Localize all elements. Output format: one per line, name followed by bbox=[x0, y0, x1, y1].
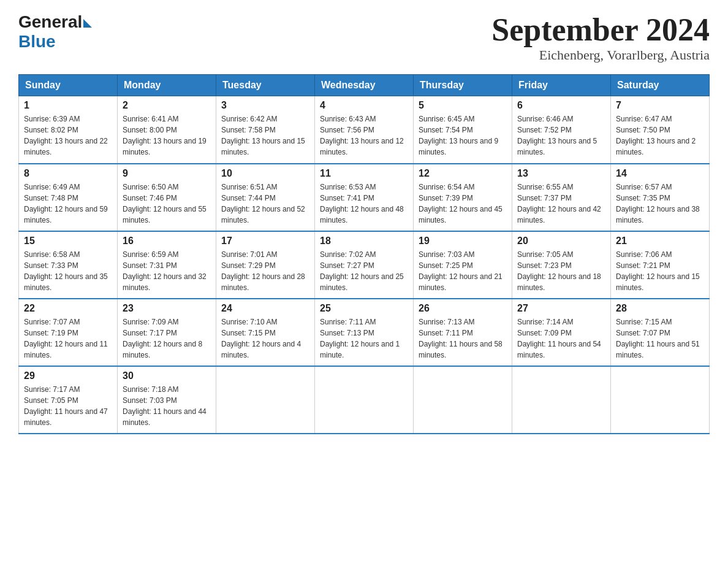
day-info: Sunrise: 7:07 AMSunset: 7:19 PMDaylight:… bbox=[24, 316, 112, 361]
calendar-cell: 5 Sunrise: 6:45 AMSunset: 7:54 PMDayligh… bbox=[414, 96, 512, 164]
calendar-cell: 20 Sunrise: 7:05 AMSunset: 7:23 PMDaylig… bbox=[512, 231, 611, 299]
calendar-cell bbox=[414, 366, 512, 434]
day-number: 24 bbox=[221, 303, 309, 314]
day-number: 18 bbox=[320, 236, 408, 247]
logo-triangle-icon bbox=[83, 19, 92, 28]
calendar-week-row: 15 Sunrise: 6:58 AMSunset: 7:33 PMDaylig… bbox=[19, 231, 710, 299]
day-info: Sunrise: 7:03 AMSunset: 7:25 PMDaylight:… bbox=[419, 249, 507, 293]
day-number: 20 bbox=[517, 236, 605, 247]
calendar-cell: 4 Sunrise: 6:43 AMSunset: 7:56 PMDayligh… bbox=[315, 96, 414, 164]
day-number: 1 bbox=[24, 100, 112, 111]
day-info: Sunrise: 6:57 AMSunset: 7:35 PMDaylight:… bbox=[616, 182, 704, 226]
day-header-sunday: Sunday bbox=[19, 75, 118, 96]
day-header-thursday: Thursday bbox=[414, 75, 512, 96]
day-number: 10 bbox=[221, 168, 309, 179]
calendar-cell: 9 Sunrise: 6:50 AMSunset: 7:46 PMDayligh… bbox=[118, 164, 216, 231]
day-info: Sunrise: 7:15 AMSunset: 7:07 PMDaylight:… bbox=[616, 316, 704, 361]
calendar-cell bbox=[315, 366, 414, 434]
calendar-cell: 2 Sunrise: 6:41 AMSunset: 8:00 PMDayligh… bbox=[118, 96, 216, 164]
calendar-header-row: SundayMondayTuesdayWednesdayThursdayFrid… bbox=[19, 75, 710, 96]
day-number: 26 bbox=[419, 303, 507, 314]
day-info: Sunrise: 6:49 AMSunset: 7:48 PMDaylight:… bbox=[24, 182, 112, 226]
day-number: 11 bbox=[320, 168, 408, 179]
page-header: General Blue September 2024 Eichenberg, … bbox=[18, 12, 710, 63]
day-info: Sunrise: 6:51 AMSunset: 7:44 PMDaylight:… bbox=[221, 182, 309, 226]
day-number: 25 bbox=[320, 303, 408, 314]
day-info: Sunrise: 6:39 AMSunset: 8:02 PMDaylight:… bbox=[24, 113, 112, 158]
day-number: 30 bbox=[123, 370, 211, 381]
day-info: Sunrise: 7:05 AMSunset: 7:23 PMDaylight:… bbox=[517, 249, 605, 293]
day-number: 22 bbox=[24, 303, 112, 314]
calendar-cell: 17 Sunrise: 7:01 AMSunset: 7:29 PMDaylig… bbox=[216, 231, 315, 299]
day-number: 27 bbox=[517, 303, 605, 314]
calendar-cell bbox=[216, 366, 315, 434]
calendar-week-row: 29 Sunrise: 7:17 AMSunset: 7:05 PMDaylig… bbox=[19, 366, 710, 434]
logo-blue: Blue bbox=[18, 32, 56, 51]
day-number: 23 bbox=[123, 303, 211, 314]
day-number: 6 bbox=[517, 100, 605, 111]
calendar-cell bbox=[611, 366, 710, 434]
calendar-cell: 21 Sunrise: 7:06 AMSunset: 7:21 PMDaylig… bbox=[611, 231, 710, 299]
day-info: Sunrise: 7:01 AMSunset: 7:29 PMDaylight:… bbox=[221, 249, 309, 293]
calendar-cell: 19 Sunrise: 7:03 AMSunset: 7:25 PMDaylig… bbox=[414, 231, 512, 299]
calendar-week-row: 8 Sunrise: 6:49 AMSunset: 7:48 PMDayligh… bbox=[19, 164, 710, 231]
day-number: 7 bbox=[616, 100, 704, 111]
title-section: September 2024 Eichenberg, Vorarlberg, A… bbox=[491, 12, 710, 63]
day-number: 9 bbox=[123, 168, 211, 179]
day-number: 4 bbox=[320, 100, 408, 111]
calendar-cell: 16 Sunrise: 6:59 AMSunset: 7:31 PMDaylig… bbox=[118, 231, 216, 299]
day-info: Sunrise: 6:55 AMSunset: 7:37 PMDaylight:… bbox=[517, 182, 605, 226]
calendar-cell: 25 Sunrise: 7:11 AMSunset: 7:13 PMDaylig… bbox=[315, 299, 414, 366]
calendar-cell: 22 Sunrise: 7:07 AMSunset: 7:19 PMDaylig… bbox=[19, 299, 118, 366]
day-info: Sunrise: 6:53 AMSunset: 7:41 PMDaylight:… bbox=[320, 182, 408, 226]
calendar-cell: 27 Sunrise: 7:14 AMSunset: 7:09 PMDaylig… bbox=[512, 299, 611, 366]
day-info: Sunrise: 6:45 AMSunset: 7:54 PMDaylight:… bbox=[419, 113, 507, 158]
calendar-cell: 13 Sunrise: 6:55 AMSunset: 7:37 PMDaylig… bbox=[512, 164, 611, 231]
calendar-cell: 10 Sunrise: 6:51 AMSunset: 7:44 PMDaylig… bbox=[216, 164, 315, 231]
day-info: Sunrise: 6:50 AMSunset: 7:46 PMDaylight:… bbox=[123, 182, 211, 226]
logo-general: General bbox=[18, 12, 82, 32]
calendar-week-row: 1 Sunrise: 6:39 AMSunset: 8:02 PMDayligh… bbox=[19, 96, 710, 164]
day-header-tuesday: Tuesday bbox=[216, 75, 315, 96]
calendar-cell: 6 Sunrise: 6:46 AMSunset: 7:52 PMDayligh… bbox=[512, 96, 611, 164]
day-number: 14 bbox=[616, 168, 704, 179]
day-header-saturday: Saturday bbox=[611, 75, 710, 96]
calendar-cell: 11 Sunrise: 6:53 AMSunset: 7:41 PMDaylig… bbox=[315, 164, 414, 231]
day-info: Sunrise: 7:06 AMSunset: 7:21 PMDaylight:… bbox=[616, 249, 704, 293]
day-number: 15 bbox=[24, 236, 112, 247]
calendar-cell: 3 Sunrise: 6:42 AMSunset: 7:58 PMDayligh… bbox=[216, 96, 315, 164]
location-subtitle: Eichenberg, Vorarlberg, Austria bbox=[491, 47, 710, 63]
calendar-cell: 12 Sunrise: 6:54 AMSunset: 7:39 PMDaylig… bbox=[414, 164, 512, 231]
day-info: Sunrise: 6:58 AMSunset: 7:33 PMDaylight:… bbox=[24, 249, 112, 293]
day-number: 21 bbox=[616, 236, 704, 247]
day-info: Sunrise: 6:47 AMSunset: 7:50 PMDaylight:… bbox=[616, 113, 704, 158]
day-info: Sunrise: 7:11 AMSunset: 7:13 PMDaylight:… bbox=[320, 316, 408, 361]
calendar-cell: 8 Sunrise: 6:49 AMSunset: 7:48 PMDayligh… bbox=[19, 164, 118, 231]
day-info: Sunrise: 7:13 AMSunset: 7:11 PMDaylight:… bbox=[419, 316, 507, 361]
calendar-cell bbox=[512, 366, 611, 434]
day-info: Sunrise: 6:59 AMSunset: 7:31 PMDaylight:… bbox=[123, 249, 211, 293]
day-info: Sunrise: 7:18 AMSunset: 7:03 PMDaylight:… bbox=[123, 384, 211, 428]
day-number: 8 bbox=[24, 168, 112, 179]
day-number: 13 bbox=[517, 168, 605, 179]
day-number: 17 bbox=[221, 236, 309, 247]
calendar-cell: 18 Sunrise: 7:02 AMSunset: 7:27 PMDaylig… bbox=[315, 231, 414, 299]
day-info: Sunrise: 6:43 AMSunset: 7:56 PMDaylight:… bbox=[320, 113, 408, 158]
calendar-cell: 15 Sunrise: 6:58 AMSunset: 7:33 PMDaylig… bbox=[19, 231, 118, 299]
day-info: Sunrise: 6:41 AMSunset: 8:00 PMDaylight:… bbox=[123, 113, 211, 158]
day-number: 16 bbox=[123, 236, 211, 247]
calendar-cell: 1 Sunrise: 6:39 AMSunset: 8:02 PMDayligh… bbox=[19, 96, 118, 164]
day-info: Sunrise: 7:17 AMSunset: 7:05 PMDaylight:… bbox=[24, 384, 112, 428]
calendar-week-row: 22 Sunrise: 7:07 AMSunset: 7:19 PMDaylig… bbox=[19, 299, 710, 366]
day-number: 28 bbox=[616, 303, 704, 314]
day-info: Sunrise: 6:54 AMSunset: 7:39 PMDaylight:… bbox=[419, 182, 507, 226]
calendar-cell: 28 Sunrise: 7:15 AMSunset: 7:07 PMDaylig… bbox=[611, 299, 710, 366]
calendar-cell: 24 Sunrise: 7:10 AMSunset: 7:15 PMDaylig… bbox=[216, 299, 315, 366]
calendar-cell: 26 Sunrise: 7:13 AMSunset: 7:11 PMDaylig… bbox=[414, 299, 512, 366]
day-header-wednesday: Wednesday bbox=[315, 75, 414, 96]
month-title: September 2024 bbox=[491, 12, 710, 47]
day-info: Sunrise: 7:02 AMSunset: 7:27 PMDaylight:… bbox=[320, 249, 408, 293]
calendar-cell: 29 Sunrise: 7:17 AMSunset: 7:05 PMDaylig… bbox=[19, 366, 118, 434]
day-info: Sunrise: 7:09 AMSunset: 7:17 PMDaylight:… bbox=[123, 316, 211, 361]
day-header-monday: Monday bbox=[118, 75, 216, 96]
